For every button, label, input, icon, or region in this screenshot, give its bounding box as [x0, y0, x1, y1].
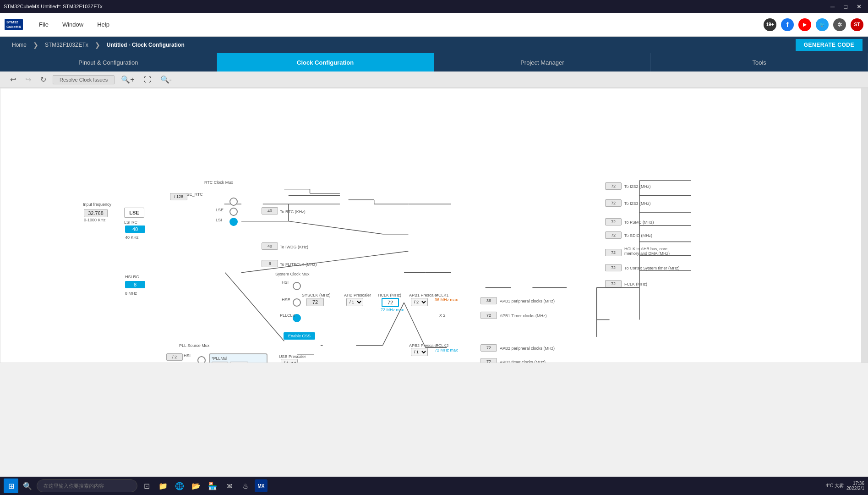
svg-line-33: [225, 273, 284, 341]
apb1-periph-value[interactable]: 36: [480, 297, 497, 304]
undo-button[interactable]: ↩: [7, 74, 19, 85]
icon-network[interactable]: ✲: [833, 18, 846, 31]
taskbar-mx[interactable]: MX: [255, 479, 267, 492]
rtc-output-value[interactable]: 40: [262, 207, 278, 214]
apb1-timer-value[interactable]: 72: [480, 312, 497, 319]
lsi-mux-label: LSI: [216, 217, 222, 222]
tab-pinout[interactable]: Pinout & Configuration: [0, 53, 217, 72]
sys-mux-hsi[interactable]: [293, 282, 301, 291]
sysclk-value[interactable]: 72: [306, 298, 324, 306]
iwdg-output-value[interactable]: 40: [262, 242, 278, 250]
input-freq-top-value[interactable]: 32.768: [84, 209, 108, 217]
icon-youtube[interactable]: ▶: [798, 18, 811, 31]
breadcrumb-arrow-1: ❯: [33, 41, 38, 49]
usb-div-select[interactable]: / 1: [281, 359, 298, 363]
rtc-mux-hse[interactable]: [229, 198, 238, 207]
fsmc-label: To FSMC (MHz): [624, 219, 654, 225]
apb2-periph-value[interactable]: 72: [480, 344, 497, 352]
iwdg-output-label: To IWDG (KHz): [280, 244, 308, 249]
hsi-rc-label: HSI RC: [125, 274, 139, 279]
sdio2-value[interactable]: 72: [605, 231, 622, 239]
div128-box[interactable]: / 128: [170, 193, 187, 200]
pll-value[interactable]: 8: [212, 362, 228, 363]
i2s2-value[interactable]: 72: [605, 182, 622, 190]
fclk-value[interactable]: 72: [605, 280, 622, 287]
zoom-fit-button[interactable]: ⛶: [141, 75, 154, 85]
resolve-clock-button[interactable]: Resolve Clock Issues: [53, 75, 115, 84]
rtc-output-label: To RTC (KHz): [280, 209, 306, 214]
taskbar-mail[interactable]: ✉: [222, 478, 236, 493]
refresh-button[interactable]: ↻: [38, 74, 49, 85]
apb2-prescaler-select[interactable]: / 1: [411, 348, 428, 356]
input-freq-top-label: Input frequency: [83, 202, 111, 207]
taskbar-search-input[interactable]: [37, 479, 137, 492]
generate-code-button[interactable]: GENERATE CODE: [796, 39, 863, 51]
apb1-prescaler-select[interactable]: / 2: [411, 298, 428, 306]
pll-mux-hsi[interactable]: [197, 356, 206, 363]
taskbar-steam[interactable]: ♨: [238, 478, 253, 493]
hclk-value[interactable]: 72: [382, 298, 399, 307]
taskbar-search-icon[interactable]: 🔍: [20, 478, 35, 493]
redo-button[interactable]: ↪: [22, 74, 34, 85]
breadcrumb-home[interactable]: Home: [5, 39, 33, 51]
svg-line-37: [404, 302, 426, 347]
cortex-value[interactable]: 72: [605, 264, 622, 271]
scrollbar-right[interactable]: [861, 88, 868, 363]
zoom-out-button[interactable]: 🔍-: [158, 74, 175, 85]
icon-facebook[interactable]: f: [781, 18, 794, 31]
icon-twitter[interactable]: 🐦: [816, 18, 829, 31]
breadcrumb-device[interactable]: STM32F103ZETx: [38, 39, 95, 51]
taskbar-clock: 17:36 2022/2/1: [846, 481, 864, 491]
lse-box[interactable]: LSE: [124, 208, 144, 218]
menu-file[interactable]: File: [39, 21, 49, 28]
zoom-in-button[interactable]: 🔍+: [118, 74, 137, 85]
minimize-button[interactable]: ─: [828, 3, 837, 10]
window-title: STM32CubeMX Untitled*: STM32F103ZETx: [4, 4, 828, 9]
ahb-core-value[interactable]: 72: [605, 249, 622, 256]
breadcrumb-config[interactable]: Untitled - Clock Configuration: [100, 39, 191, 51]
taskbar-file-explorer[interactable]: 📁: [156, 478, 170, 493]
taskbar-files[interactable]: 📂: [189, 478, 203, 493]
sdio2-label: To SDIO (MHz): [624, 232, 652, 238]
hsi-rc-value[interactable]: 8: [125, 281, 145, 288]
apb2-div-select[interactable]: / 1: [411, 348, 428, 356]
title-bar: STM32CubeMX Untitled*: STM32F103ZETx ─ □…: [0, 0, 868, 13]
start-button[interactable]: ⊞: [4, 478, 18, 493]
rtc-mux-lsi[interactable]: [229, 218, 238, 227]
tab-project[interactable]: Project Manager: [434, 53, 651, 72]
ahb-div-select[interactable]: / 1: [346, 298, 363, 306]
icon-update[interactable]: 19+: [764, 18, 776, 31]
taskbar-task-view[interactable]: ⊡: [139, 478, 154, 493]
usb-prescaler-label: USB Prescaler: [279, 353, 306, 359]
icon-st[interactable]: ST: [851, 18, 863, 31]
usb-prescaler-select[interactable]: / 1: [281, 359, 298, 363]
maximize-button[interactable]: □: [841, 3, 850, 10]
rtc-mux-lse[interactable]: [229, 208, 238, 217]
taskbar-weather: 4°C 大雾: [826, 483, 844, 489]
menu-window[interactable]: Window: [62, 21, 83, 28]
ahb-prescaler-select[interactable]: / 1: [346, 298, 363, 306]
div2-pll-box[interactable]: / 2: [166, 353, 183, 361]
taskbar-edge[interactable]: 🌐: [172, 478, 187, 493]
tab-tools[interactable]: Tools: [651, 53, 868, 72]
apb1-div-select[interactable]: / 2: [411, 298, 428, 306]
sys-mux-hse[interactable]: [293, 298, 301, 308]
flit-output-value[interactable]: 8: [262, 260, 278, 267]
apb2-timer-value[interactable]: 72: [480, 358, 497, 363]
menu-help[interactable]: Help: [97, 21, 109, 28]
lsi-rc-value[interactable]: 40: [125, 226, 145, 233]
sysclk-label: SYSCLK (MHz): [302, 292, 331, 297]
close-button[interactable]: ✕: [854, 3, 864, 10]
pll-mul-select[interactable]: X 9: [230, 362, 248, 363]
tab-clock[interactable]: Clock Configuration: [217, 53, 434, 72]
ahb-prescaler-label: AHB Prescaler: [344, 292, 371, 297]
menu-right: 19+ f ▶ 🐦 ✲ ST: [764, 18, 863, 31]
i2s3-value[interactable]: 72: [605, 199, 622, 207]
apb2-x1-label: X 1: [439, 361, 446, 363]
enable-css-button[interactable]: Enable CSS: [284, 332, 315, 340]
breadcrumb-bar: Home ❯ STM32F103ZETx ❯ Untitled - Clock …: [0, 37, 868, 53]
usb-value[interactable]: 72: [321, 363, 338, 363]
taskbar-store[interactable]: 🏪: [205, 478, 220, 493]
fsmc-value[interactable]: 72: [605, 218, 622, 226]
apb1-prescaler-label: APB1 Prescaler: [409, 292, 438, 297]
